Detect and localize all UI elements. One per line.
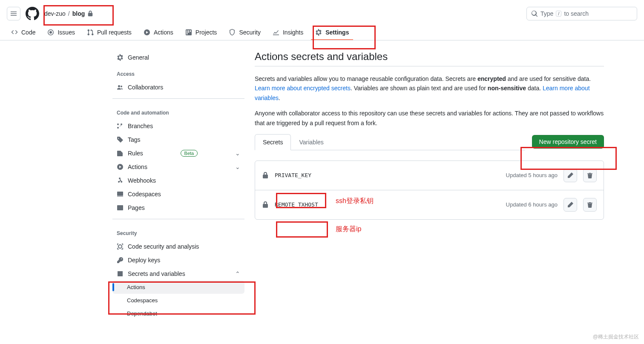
secret-updated: Updated 5 hours ago bbox=[506, 172, 558, 178]
delete-secret-button[interactable] bbox=[583, 198, 597, 212]
key-icon bbox=[117, 257, 124, 264]
trash-icon bbox=[586, 201, 593, 208]
sidebar-codespaces[interactable]: Codespaces bbox=[112, 187, 244, 201]
chevron-down-icon: ⌄ bbox=[235, 163, 240, 170]
annotation-box bbox=[520, 147, 617, 170]
branch-icon bbox=[117, 123, 124, 129]
description-2: Anyone with collaborator access to this … bbox=[255, 109, 604, 128]
sidebar-pages[interactable]: Pages bbox=[112, 201, 244, 215]
delete-secret-button[interactable] bbox=[583, 169, 597, 182]
nav-pull-requests[interactable]: Pull requests bbox=[83, 26, 136, 40]
github-logo-icon[interactable] bbox=[26, 7, 39, 20]
sidebar-code-security[interactable]: Code security and analysis bbox=[112, 240, 244, 253]
annotation-box bbox=[313, 26, 376, 49]
hamburger-icon bbox=[10, 10, 17, 17]
annotation-box bbox=[276, 221, 328, 238]
hamburger-menu[interactable] bbox=[7, 7, 20, 20]
nav-projects[interactable]: Projects bbox=[181, 26, 221, 40]
pages-icon bbox=[117, 204, 124, 211]
chevron-up-icon: ⌃ bbox=[235, 270, 240, 277]
gear-icon bbox=[117, 54, 124, 61]
tabs: Secrets Variables bbox=[255, 134, 525, 150]
annotation-box bbox=[276, 193, 326, 208]
page-title: Actions secrets and variables bbox=[255, 51, 604, 63]
secret-updated: Updated 6 hours ago bbox=[506, 201, 558, 208]
codespaces-icon bbox=[117, 191, 124, 198]
secret-name: PRIVATE_KEY bbox=[275, 172, 311, 178]
tag-icon bbox=[117, 136, 124, 143]
sidebar-collaborators[interactable]: Collaborators bbox=[112, 80, 244, 94]
chevron-down-icon: ⌄ bbox=[235, 150, 240, 157]
lock-icon bbox=[262, 172, 269, 179]
annotation-text: 服务器ip bbox=[336, 225, 361, 234]
annotation-box bbox=[43, 5, 114, 26]
tab-variables[interactable]: Variables bbox=[291, 134, 331, 150]
nav-actions[interactable]: Actions bbox=[139, 26, 178, 40]
play-icon bbox=[117, 163, 124, 170]
search-input[interactable]: Type / to search bbox=[526, 7, 637, 20]
pr-icon bbox=[87, 29, 94, 36]
pencil-icon bbox=[567, 201, 574, 208]
search-icon bbox=[531, 10, 538, 17]
nav-insights[interactable]: Insights bbox=[268, 26, 308, 40]
sidebar-rules[interactable]: RulesBeta⌄ bbox=[112, 146, 244, 160]
sidebar-actions[interactable]: Actions⌄ bbox=[112, 160, 244, 174]
sidebar-section-access: Access bbox=[112, 64, 244, 80]
sidebar-deploy-keys[interactable]: Deploy keys bbox=[112, 253, 244, 267]
trash-icon bbox=[586, 172, 593, 179]
tab-secrets[interactable]: Secrets bbox=[255, 134, 291, 150]
sidebar-webhooks[interactable]: Webhooks bbox=[112, 174, 244, 187]
beta-badge: Beta bbox=[181, 150, 198, 157]
rules-icon bbox=[117, 150, 124, 157]
projects-icon bbox=[185, 29, 192, 36]
scan-icon bbox=[117, 243, 124, 250]
description-1: Secrets and variables allow you to manag… bbox=[255, 74, 604, 103]
edit-secret-button[interactable] bbox=[564, 198, 577, 212]
pencil-icon bbox=[567, 172, 574, 179]
code-icon bbox=[11, 29, 18, 36]
sidebar-section-code: Code and automation bbox=[112, 103, 244, 119]
search-key-hint: / bbox=[556, 11, 561, 17]
sidebar-secrets-variables[interactable]: Secrets and variables⌃ bbox=[112, 267, 244, 281]
people-icon bbox=[117, 84, 124, 91]
sidebar-general[interactable]: General bbox=[112, 51, 244, 64]
play-icon bbox=[144, 29, 150, 36]
lock-icon bbox=[262, 201, 269, 208]
annotation-text: ssh登录私钥 bbox=[336, 197, 374, 206]
sidebar-branches[interactable]: Branches bbox=[112, 119, 244, 133]
webhook-icon bbox=[117, 177, 124, 184]
nav-security[interactable]: Security bbox=[224, 26, 265, 40]
graph-icon bbox=[273, 29, 279, 36]
secret-icon bbox=[117, 270, 124, 277]
issues-icon bbox=[47, 29, 54, 36]
shield-icon bbox=[229, 29, 236, 36]
sidebar-tags[interactable]: Tags bbox=[112, 133, 244, 146]
link-encrypted-secrets[interactable]: Learn more about encrypted secrets bbox=[255, 85, 351, 92]
sidebar-section-security: Security bbox=[112, 224, 244, 240]
edit-secret-button[interactable] bbox=[564, 169, 577, 182]
search-prefix: Type bbox=[540, 10, 553, 17]
annotation-box bbox=[108, 281, 256, 315]
nav-issues[interactable]: Issues bbox=[43, 26, 79, 40]
nav-code[interactable]: Code bbox=[7, 26, 40, 40]
search-suffix: to search bbox=[564, 10, 589, 17]
